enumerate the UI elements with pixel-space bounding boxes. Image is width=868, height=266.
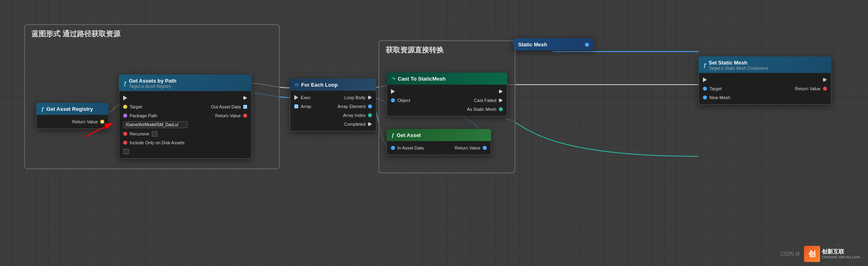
pin-row-exec-gabp [119,94,251,102]
pin-out-asset-data-gabp[interactable] [243,105,247,109]
logo-icon-box: 创 [804,246,820,262]
pin-target-gabp[interactable] [123,105,127,109]
node-body-gabp: Target Out Asset Data Package Path [119,91,252,159]
pin-row-exec-foreach: Exec Loop Body [290,93,376,102]
pin-exec-out-gabp[interactable] [243,96,247,100]
pin-loop-body-foreach[interactable] [368,95,372,100]
pin-completed-foreach[interactable] [368,122,372,127]
pin-row-exec-cast [387,87,507,96]
footer-logo: 创 创新互联 CHUANG XIN HU LIAN [804,246,860,262]
pin-include-disk[interactable] [123,141,127,145]
pin-row-as-static-mesh: As Static Mesh [387,105,507,114]
package-path-input-row [119,120,251,129]
node-title-cast: Cast To StaticMesh [398,76,446,82]
pin-recursive-left[interactable] [123,132,127,136]
pin-as-static-mesh[interactable] [499,107,503,111]
node-header-gabp: ƒ Get Assets by Path Target is Asset Reg… [119,75,252,91]
pin-cast-failed[interactable] [499,98,503,103]
pin-row-target-ssm: Target Return Value [699,84,831,93]
pin-row-exec-ssm [699,75,831,84]
pin-object-cast[interactable] [391,98,395,102]
pin-row-array-index: Array Index [290,111,376,120]
node-body-get-asset-registry: Return Value [36,115,109,129]
for-each-loop-node: ⟳ For Each Loop Exec Loop Body [290,79,376,131]
set-static-mesh-node: ƒ Set Static Mesh Target is Static Mesh … [699,56,831,105]
pin-exec-in-cast[interactable] [391,89,395,94]
pin-static-mesh-out[interactable] [585,43,589,47]
node-header-cast: ↷ Cast To StaticMesh [386,73,507,85]
group-title-1: 蓝图形式 通过路径获取资源 [25,25,279,43]
pin-array-element-foreach[interactable] [368,104,372,108]
static-mesh-output-node: Static Mesh [513,38,594,50]
pin-package-path[interactable] [123,114,127,118]
node-body-for-each: Exec Loop Body Array Ar [290,91,376,131]
pin-row-get-asset-pins: In Asset Data Return Value [387,143,491,152]
pin-exec-in-ssm[interactable] [703,77,707,82]
node-title-gabp: Get Assets by Path [129,78,176,84]
node-header-static-mesh-out: Static Mesh [513,38,594,50]
get-assets-by-path-node: ƒ Get Assets by Path Target is Asset Reg… [119,75,252,159]
footer-csdn-text: CSDN @ [780,251,800,257]
cast-icon: ↷ [391,76,395,82]
pin-return-value-gar[interactable] [100,120,104,124]
node-header-get-asset-registry: ƒ Get Asset Registry [36,103,109,115]
pin-return-value-gabp[interactable] [243,114,247,118]
pin-row-checkbox-disk [119,147,251,156]
cast-to-static-mesh-node: ↷ Cast To StaticMesh Object Cast Failed [386,73,507,116]
pin-row-new-mesh: New Mesh [699,93,831,102]
get-asset-registry-node: ƒ Get Asset Registry Return Value [36,103,109,129]
node-title-for-each: For Each Loop [301,82,338,88]
node-header-ssm: ƒ Set Static Mesh Target is Static Mesh … [699,56,831,73]
get-asset-node: ƒ Get Asset In Asset Data Return Value [386,129,491,155]
for-each-icon: ⟳ [295,82,299,88]
node-title-static-mesh-out: Static Mesh [518,42,547,48]
pin-exec-out-cast[interactable] [499,89,503,94]
footer: CSDN @ 创 创新互联 CHUANG XIN HU LIAN [780,246,860,262]
node-body-ssm: Target Return Value New Mesh [699,73,831,105]
pin-exec-out-ssm[interactable] [823,77,827,82]
pin-row-array-foreach: Array Array Element [290,102,376,111]
pin-new-mesh[interactable] [703,96,707,100]
node-title-ssm: Set Static Mesh [709,60,768,66]
pin-target-ssm[interactable] [703,87,707,91]
blueprint-canvas: 蓝图形式 通过路径获取资源 ƒ Get Asset Registry Retur… [0,0,868,266]
node-header-for-each: ⟳ For Each Loop [290,79,376,91]
recursive-checkbox[interactable] [152,131,157,137]
pin-exec-in-gabp[interactable] [123,96,127,100]
package-path-input[interactable] [123,121,188,128]
node-body-cast: Object Cast Failed As Static Mesh [386,85,507,116]
pin-row-object-cast: Object Cast Failed [387,96,507,105]
pin-array-index-foreach[interactable] [368,113,372,117]
pin-row-recursive: Recursive [119,129,251,138]
footer-company-name: 创新互联 [822,248,860,255]
pin-row-package-path: Package Path Return Value [119,111,251,120]
node-header-get-asset: ƒ Get Asset [386,129,491,141]
pin-exec-in-foreach[interactable] [294,95,298,100]
pin-array-in-foreach[interactable] [294,104,298,108]
pin-row-return-value: Return Value [37,117,108,126]
pin-in-asset-data[interactable] [391,146,395,150]
pin-row-include-disk: Include Only on Disk Assets [119,138,251,147]
include-disk-checkbox[interactable] [123,149,129,154]
pin-return-value-ga[interactable] [483,146,487,150]
footer-company-name-en: CHUANG XIN HU LIAN [822,255,860,260]
group-title-2: 获取资源直接转换 [379,41,515,59]
logo-chinese-char: 创 [808,250,816,258]
node-title-get-asset-registry: Get Asset Registry [46,106,93,112]
node-subtitle-gabp: Target is Asset Registry [129,84,176,89]
node-body-get-asset: In Asset Data Return Value [386,141,491,155]
pin-row-target-gabp: Target Out Asset Data [119,102,251,111]
node-subtitle-ssm: Target is Static Mesh Component [709,66,768,71]
pin-return-value-ssm[interactable] [823,87,827,91]
node-title-get-asset: Get Asset [397,132,421,139]
pin-row-completed: Completed [290,120,376,129]
